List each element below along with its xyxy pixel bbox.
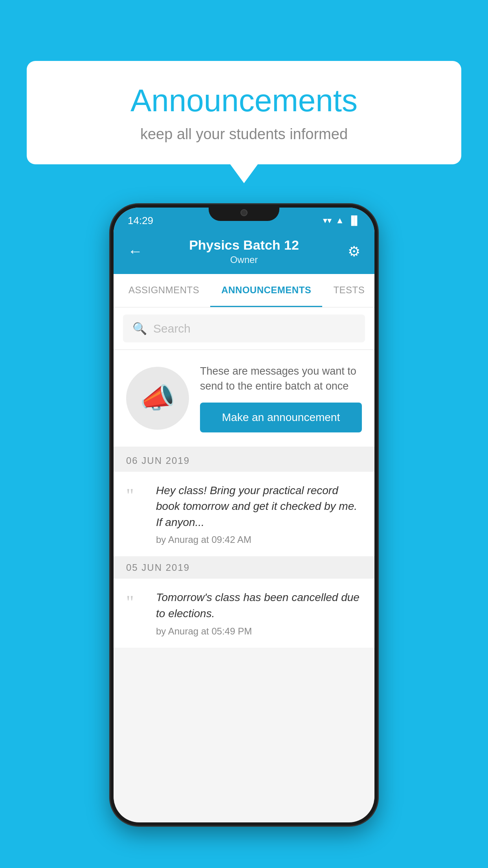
phone-screen: 14:29 ▾▾ ▲ ▐▌ ← Physics Batch 12 Owner ⚙… bbox=[114, 208, 374, 822]
status-icons: ▾▾ ▲ ▐▌ bbox=[323, 215, 360, 226]
make-announcement-button[interactable]: Make an announcement bbox=[200, 403, 362, 432]
tab-assignments[interactable]: ASSIGNMENTS bbox=[117, 274, 210, 307]
date-separator-2: 05 JUN 2019 bbox=[114, 557, 374, 579]
signal-icon: ▲ bbox=[336, 215, 344, 226]
user-role: Owner bbox=[147, 254, 341, 265]
announcement-content-1: Hey class! Bring your practical record b… bbox=[156, 483, 362, 546]
back-button[interactable]: ← bbox=[128, 243, 147, 260]
announcement-meta-1: by Anurag at 09:42 AM bbox=[156, 534, 362, 545]
speech-bubble-subtitle: keep all your students informed bbox=[50, 126, 438, 143]
announcement-item-1[interactable]: " Hey class! Bring your practical record… bbox=[114, 472, 374, 557]
date-separator-1: 06 JUN 2019 bbox=[114, 450, 374, 472]
search-input-wrapper[interactable]: 🔍 Search bbox=[123, 314, 365, 342]
wifi-icon: ▾▾ bbox=[323, 215, 332, 226]
cta-right: These are messages you want to send to t… bbox=[200, 364, 362, 432]
status-time: 14:29 bbox=[128, 215, 153, 227]
tab-announcements[interactable]: ANNOUNCEMENTS bbox=[210, 274, 322, 307]
battery-icon: ▐▌ bbox=[348, 215, 360, 226]
speech-bubble-title: Announcements bbox=[50, 83, 438, 119]
batch-title: Physics Batch 12 bbox=[147, 237, 341, 253]
megaphone-icon: 📣 bbox=[140, 381, 175, 415]
phone-notch bbox=[209, 204, 279, 221]
megaphone-circle: 📣 bbox=[126, 367, 189, 430]
phone-mockup: 14:29 ▾▾ ▲ ▐▌ ← Physics Batch 12 Owner ⚙… bbox=[110, 204, 378, 826]
announcement-cta-card: 📣 These are messages you want to send to… bbox=[114, 350, 374, 450]
search-placeholder: Search bbox=[153, 322, 191, 335]
quote-icon-2: " bbox=[126, 593, 147, 636]
announcement-text-1: Hey class! Bring your practical record b… bbox=[156, 483, 362, 531]
header-center: Physics Batch 12 Owner bbox=[147, 237, 341, 265]
speech-bubble-container: Announcements keep all your students inf… bbox=[27, 61, 461, 164]
tab-bar: ASSIGNMENTS ANNOUNCEMENTS TESTS › bbox=[114, 274, 374, 307]
search-container: 🔍 Search bbox=[114, 307, 374, 350]
front-camera bbox=[240, 209, 248, 216]
search-icon: 🔍 bbox=[132, 322, 147, 335]
app-header: ← Physics Batch 12 Owner ⚙ bbox=[114, 230, 374, 274]
speech-bubble: Announcements keep all your students inf… bbox=[27, 61, 461, 164]
announcement-text-2: Tomorrow's class has been cancelled due … bbox=[156, 590, 362, 622]
announcement-item-2[interactable]: " Tomorrow's class has been cancelled du… bbox=[114, 579, 374, 648]
quote-icon-1: " bbox=[126, 486, 147, 546]
announcement-meta-2: by Anurag at 05:49 PM bbox=[156, 626, 362, 637]
phone-frame: 14:29 ▾▾ ▲ ▐▌ ← Physics Batch 12 Owner ⚙… bbox=[110, 204, 378, 826]
announcement-content-2: Tomorrow's class has been cancelled due … bbox=[156, 590, 362, 636]
cta-description: These are messages you want to send to t… bbox=[200, 364, 362, 394]
tab-tests[interactable]: TESTS bbox=[322, 274, 374, 307]
settings-button[interactable]: ⚙ bbox=[341, 243, 360, 260]
